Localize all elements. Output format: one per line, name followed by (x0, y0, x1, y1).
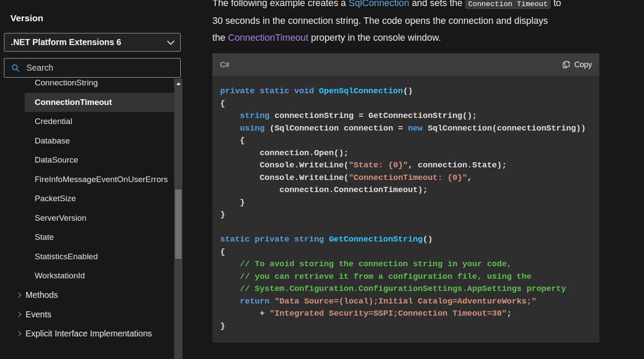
sidebar-item-workstationid[interactable]: WorkstationId (25, 266, 174, 286)
sidebar-item-serverversion[interactable]: ServerVersion (25, 209, 174, 228)
code-line: // you can retrieve it from a configurat… (220, 271, 592, 283)
copy-button-label: Copy (574, 60, 592, 69)
sqlconnection-link[interactable]: SqlConnection (348, 0, 409, 8)
sidebar: Version .NET Platform Extensions 6 Conne… (0, 0, 186, 359)
sidebar-item-label: Events (26, 310, 52, 320)
sidebar-item-datasource[interactable]: DataSource (25, 150, 174, 170)
sidebar-item-label: WorkstationId (35, 271, 85, 280)
version-dropdown[interactable]: .NET Platform Extensions 6 (4, 33, 181, 52)
sidebar-item-connectionstring[interactable]: ConnectionString (25, 78, 174, 93)
sidebar-item-label: DataSource (35, 155, 78, 164)
scroll-up-button[interactable] (176, 82, 181, 85)
chevron-right-icon (16, 312, 21, 317)
code-line: Console.WriteLine("State: {0}", connecti… (220, 159, 592, 172)
sidebar-item-methods[interactable]: Methods (16, 286, 174, 305)
code-line: } (220, 320, 592, 333)
search-icon (11, 63, 20, 73)
search-box[interactable] (4, 58, 181, 78)
paragraph-text: property in the console window. (309, 33, 441, 43)
code-line: string connectionString = GetConnectionS… (220, 110, 592, 122)
code-line: Console.WriteLine("ConnectionTimeout: {0… (220, 172, 592, 184)
docs-page: Version .NET Platform Extensions 6 Conne… (0, 0, 644, 359)
code-line: // To avoid storing the connection strin… (220, 258, 592, 271)
code-line: } (220, 209, 592, 221)
sidebar-item-label: State (35, 232, 54, 242)
chevron-right-icon (16, 331, 21, 336)
sidebar-scrollbar[interactable] (174, 78, 182, 359)
connectiontimeout-link[interactable]: ConnectionTimeout (228, 33, 309, 43)
code-block: C# Copy private static void OpenSqlConne… (212, 53, 599, 343)
main-content: The following example creates a SqlConne… (212, 0, 605, 359)
paragraph-text: The following example creates a (212, 0, 348, 8)
copy-icon (562, 60, 570, 69)
sidebar-item-label: ServerVersion (35, 213, 86, 222)
code-line: static private string GetConnectionStrin… (220, 233, 592, 246)
code-line: { (220, 134, 592, 147)
code-line (220, 221, 592, 234)
paragraph-text: and sets the (409, 0, 465, 8)
paragraph-text: 30 seconds in the connection string. The… (212, 16, 548, 26)
code-line: connection.Open(); (220, 147, 592, 160)
sidebar-item-connectiontimeout[interactable]: ConnectionTimeout (25, 93, 174, 112)
code-line: { (220, 98, 592, 110)
sidebar-item-explicit-interface-implementations[interactable]: Explicit Interface Implementations (16, 324, 174, 344)
sidebar-nav: ConnectionStringConnectionTimeoutCredent… (0, 78, 174, 359)
sidebar-item-packetsize[interactable]: PacketSize (25, 189, 174, 209)
chevron-down-icon (167, 38, 175, 45)
sidebar-item-credential[interactable]: Credential (25, 112, 174, 131)
sidebar-item-label: Database (35, 136, 70, 145)
sidebar-item-state[interactable]: State (25, 228, 174, 247)
code-line: // System.Configuration.ConfigurationSet… (220, 283, 592, 295)
sidebar-item-fireinfomessageeventonusererrors[interactable]: FireInfoMessageEventOnUserErrors (25, 170, 174, 189)
sidebar-item-statisticsenabled[interactable]: StatisticsEnabled (25, 247, 174, 267)
scrollbar-thumb[interactable] (175, 189, 182, 259)
copy-button[interactable]: Copy (562, 60, 592, 69)
paragraph-text: the (212, 33, 228, 43)
sidebar-item-label: StatisticsEnabled (35, 252, 98, 261)
code-line: using (SqlConnection connection = new Sq… (220, 122, 592, 135)
code-line: connection.ConnectionTimeout); (220, 184, 592, 196)
chevron-right-icon (16, 292, 21, 298)
sidebar-item-database[interactable]: Database (25, 131, 174, 151)
sidebar-item-events[interactable]: Events (16, 305, 174, 324)
code-language-label: C# (220, 61, 562, 69)
code-line: + "Integrated Security=SSPI;Connection T… (220, 307, 592, 320)
paragraph-text: to (551, 0, 561, 8)
sidebar-item-label: PacketSize (35, 194, 76, 203)
inline-code: Connection Timeout (465, 0, 551, 9)
sidebar-item-label: ConnectionString (35, 78, 98, 87)
version-heading: Version (10, 13, 43, 23)
search-input[interactable] (26, 62, 175, 73)
description-paragraph: The following example creates a SqlConne… (212, 0, 601, 47)
sidebar-item-label: Methods (26, 290, 58, 300)
code-line: private static void OpenSqlConnection() (220, 85, 592, 98)
code-line: return "Data Source=(local);Initial Cata… (220, 295, 592, 308)
sidebar-item-label: ConnectionTimeout (35, 98, 112, 107)
code-block-header: C# Copy (212, 53, 599, 76)
sidebar-item-label: Explicit Interface Implementations (26, 329, 152, 339)
sidebar-item-label: Credential (35, 117, 72, 126)
sidebar-item-label: FireInfoMessageEventOnUserErrors (35, 175, 168, 184)
code-line: } (220, 196, 592, 209)
code-line: { (220, 246, 592, 258)
code-content: private static void OpenSqlConnection(){… (212, 76, 599, 343)
version-dropdown-value: .NET Platform Extensions 6 (11, 37, 168, 47)
